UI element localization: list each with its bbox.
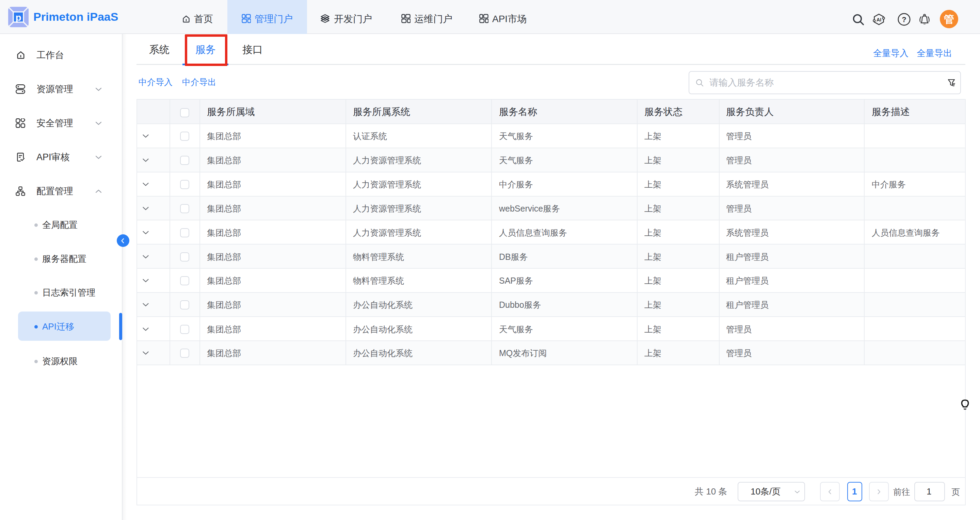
svg-text:?: ? — [902, 15, 906, 24]
svg-text:p: p — [15, 12, 21, 23]
svg-text:AI: AI — [877, 17, 881, 22]
